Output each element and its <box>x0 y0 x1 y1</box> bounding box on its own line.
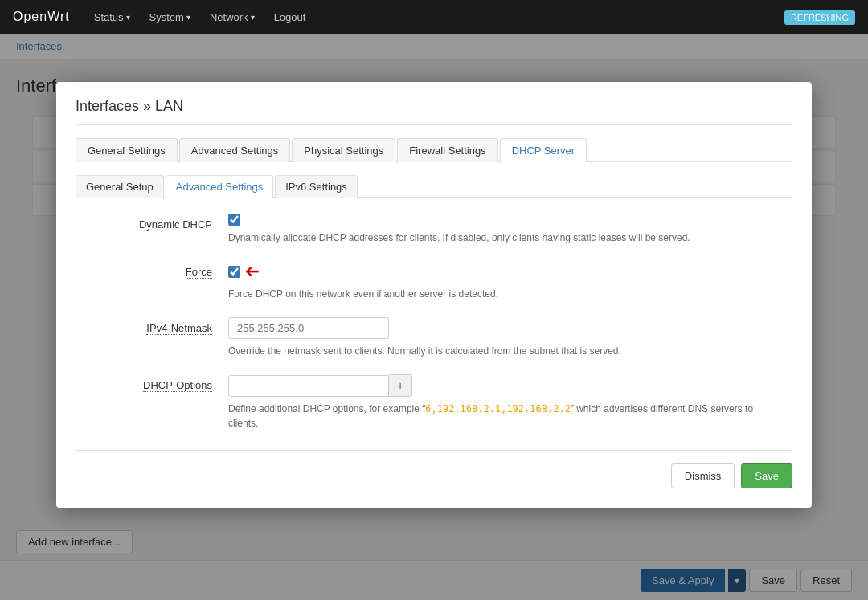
dynamic-dhcp-checkbox[interactable] <box>228 214 240 226</box>
dynamic-dhcp-label: Dynamic DHCP <box>84 214 228 231</box>
inner-tab-advanced-settings[interactable]: Advanced Settings <box>166 175 273 198</box>
refreshing-badge: REFRESHING <box>784 10 855 25</box>
inner-tab-ipv6-settings[interactable]: IPv6 Settings <box>275 175 358 198</box>
tab-firewall-settings[interactable]: Firewall Settings <box>397 138 497 162</box>
tab-advanced-settings[interactable]: Advanced Settings <box>179 138 290 162</box>
dynamic-dhcp-row: Dynamic DHCP Dynamically allocate DHCP a… <box>84 214 784 245</box>
tab-dhcp-server[interactable]: DHCP Server <box>500 138 588 162</box>
page-background: Interfaces Interfaces Interfaces » LAN G… <box>0 34 868 600</box>
dynamic-dhcp-control: Dynamically allocate DHCP addresses for … <box>228 214 784 245</box>
ipv4-netmask-input[interactable] <box>228 317 389 339</box>
dhcp-options-add-button[interactable]: + <box>389 374 412 397</box>
status-chevron-icon: ▾ <box>126 13 130 22</box>
ipv4-netmask-row: IPv4-Netmask Override the netmask sent t… <box>84 317 784 358</box>
modal-dialog: Interfaces » LAN General Settings Advanc… <box>56 82 812 508</box>
dhcp-options-example: 6,192.168.2.1,192.168.2.2 <box>425 403 571 414</box>
dhcp-options-input[interactable] <box>228 375 389 397</box>
system-chevron-icon: ▾ <box>186 13 190 22</box>
force-help: Force DHCP on this network even if anoth… <box>228 287 784 301</box>
force-row: Force ➔ Force DHCP on this network even … <box>84 261 784 301</box>
outer-tabs: General Settings Advanced Settings Physi… <box>76 138 792 162</box>
ipv4-netmask-label: IPv4-Netmask <box>84 317 228 334</box>
tab-physical-settings[interactable]: Physical Settings <box>292 138 395 162</box>
nav-menu: Status ▾ System ▾ Network ▾ Logout <box>86 6 314 28</box>
tab-general-settings[interactable]: General Settings <box>76 138 178 162</box>
inner-tabs: General Setup Advanced Settings IPv6 Set… <box>76 175 792 198</box>
nav-network[interactable]: Network ▾ <box>202 6 263 28</box>
nav-status[interactable]: Status ▾ <box>86 6 138 28</box>
ipv4-netmask-help: Override the netmask sent to clients. No… <box>228 344 784 358</box>
force-checkbox[interactable] <box>228 266 240 278</box>
form-section: Dynamic DHCP Dynamically allocate DHCP a… <box>76 214 792 431</box>
dhcp-options-control: + Define additional DHCP options, for ex… <box>228 374 784 431</box>
ipv4-netmask-control: Override the netmask sent to clients. No… <box>228 317 784 358</box>
dhcp-options-help: Define additional DHCP options, for exam… <box>228 402 784 431</box>
modal-footer: Dismiss Save <box>76 450 792 488</box>
dhcp-options-label: DHCP-Options <box>84 374 228 391</box>
red-arrow-icon: ➔ <box>245 261 260 282</box>
dismiss-button[interactable]: Dismiss <box>671 463 735 488</box>
nav-logout[interactable]: Logout <box>266 6 314 28</box>
brand-logo: OpenWrt <box>13 10 70 24</box>
navbar: OpenWrt Status ▾ System ▾ Network ▾ Logo… <box>0 0 868 34</box>
force-label: Force <box>84 261 228 278</box>
network-chevron-icon: ▾ <box>251 13 255 22</box>
dhcp-options-row: DHCP-Options + Define additional DHCP op… <box>84 374 784 431</box>
dynamic-dhcp-help: Dynamically allocate DHCP addresses for … <box>228 231 784 245</box>
save-button[interactable]: Save <box>741 463 792 488</box>
inner-tab-general-setup[interactable]: General Setup <box>76 175 164 198</box>
nav-system[interactable]: System ▾ <box>141 6 199 28</box>
navbar-right: REFRESHING <box>784 11 855 23</box>
modal-title: Interfaces » LAN <box>76 98 792 125</box>
force-control: ➔ Force DHCP on this network even if ano… <box>228 261 784 301</box>
